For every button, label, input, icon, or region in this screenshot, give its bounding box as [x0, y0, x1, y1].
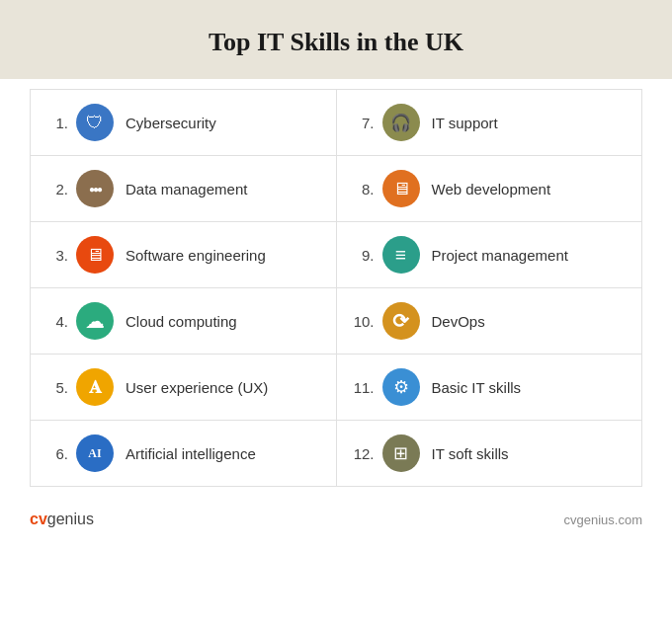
skills-grid: 1.🛡Cybersecurity7.🎧IT support2.●●●Data m… — [30, 89, 642, 487]
skill-icon: ⟳ — [382, 302, 420, 340]
rank-number: 11. — [347, 379, 375, 396]
brand-genius: genius — [47, 511, 94, 527]
skill-name: IT soft skills — [432, 445, 509, 462]
skill-icon: ⚙ — [382, 368, 420, 406]
page-title: Top IT Skills in the UK — [20, 28, 652, 57]
rank-number: 12. — [347, 445, 375, 462]
skill-name: Artificial intelligence — [126, 445, 256, 462]
list-item: 3.🖥Software engineering — [31, 222, 337, 288]
list-item: 6.AIArtificial intelligence — [31, 421, 337, 487]
footer: cvgenius cvgenius.com — [0, 501, 672, 536]
rank-number: 1. — [41, 115, 68, 131]
skill-name: Basic IT skills — [432, 379, 522, 396]
list-item: 5.𝐀User experience (UX) — [31, 355, 337, 421]
skill-icon: AI — [76, 434, 114, 472]
header: Top IT Skills in the UK — [0, 0, 672, 79]
skill-icon: 🖥 — [76, 236, 114, 274]
skill-icon: 🎧 — [382, 104, 420, 141]
list-item: 8.🖥Web development — [337, 156, 643, 222]
skill-name: Software engineering — [126, 247, 266, 264]
rank-number: 10. — [347, 313, 375, 330]
list-item: 7.🎧IT support — [337, 90, 643, 156]
rank-number: 8. — [347, 181, 375, 197]
skill-name: IT support — [432, 115, 498, 131]
rank-number: 9. — [347, 247, 375, 264]
rank-number: 4. — [41, 313, 68, 330]
rank-number: 7. — [347, 115, 375, 131]
skill-icon: 🖥 — [382, 170, 420, 207]
brand-cv: cv — [30, 511, 47, 527]
skill-icon: ●●● — [76, 170, 114, 207]
list-item: 4.☁Cloud computing — [31, 288, 337, 355]
skill-icon: 𝐀 — [76, 368, 114, 406]
website: cvgenius.com — [564, 513, 642, 527]
list-item: 10.⟳DevOps — [337, 288, 643, 355]
rank-number: 3. — [41, 247, 68, 264]
list-item: 12.⊞IT soft skills — [337, 421, 643, 487]
brand: cvgenius — [30, 511, 94, 528]
skill-name: Cloud computing — [126, 313, 237, 330]
skill-name: Project management — [432, 247, 568, 264]
skill-icon: ☁ — [76, 302, 114, 340]
skill-name: DevOps — [432, 313, 485, 330]
rank-number: 6. — [41, 445, 68, 462]
rank-number: 2. — [41, 181, 68, 197]
list-item: 1.🛡Cybersecurity — [31, 90, 337, 156]
skill-name: Web development — [432, 181, 551, 197]
rank-number: 5. — [41, 379, 68, 396]
skill-icon: ≡ — [382, 236, 420, 274]
skill-icon: 🛡 — [76, 104, 114, 141]
skill-icon: ⊞ — [382, 434, 420, 472]
content: 1.🛡Cybersecurity7.🎧IT support2.●●●Data m… — [0, 79, 672, 497]
list-item: 2.●●●Data management — [31, 156, 337, 222]
list-item: 11.⚙Basic IT skills — [337, 355, 643, 421]
list-item: 9.≡Project management — [337, 222, 643, 288]
skill-name: Cybersecurity — [126, 115, 216, 131]
skill-name: Data management — [126, 181, 247, 197]
skill-name: User experience (UX) — [126, 379, 268, 396]
